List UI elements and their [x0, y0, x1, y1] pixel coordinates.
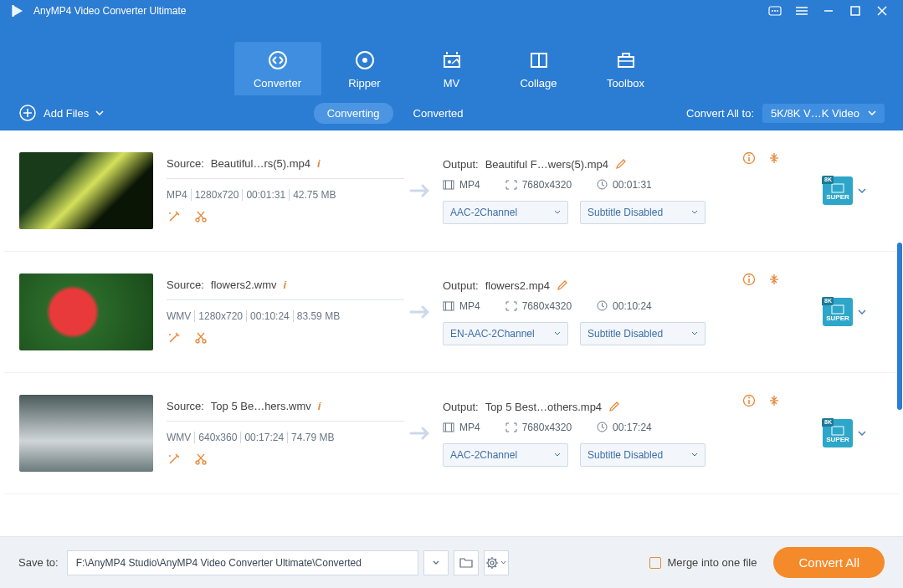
file-row: Source:Top 5 Be…hers.wmvi WMV640x36000:1… [4, 373, 899, 494]
toolbar: Add Files Converting Converted Convert A… [0, 95, 903, 130]
info-circle-icon[interactable] [741, 272, 757, 287]
svg-point-4 [777, 10, 778, 12]
format-dropdown-icon[interactable] [858, 188, 866, 193]
svg-point-37 [203, 340, 206, 343]
source-column: Source: Beautiful…rs(5).mp4 i MP41280x72… [153, 157, 404, 224]
format-badge-8k[interactable]: 8KSUPER [823, 419, 853, 447]
edit-wand-icon[interactable] [167, 330, 182, 345]
edit-wand-icon[interactable] [167, 452, 182, 467]
info-icon[interactable]: i [318, 400, 321, 412]
feedback-icon[interactable] [764, 3, 786, 18]
titlebar: AnyMP4 Video Converter Ultimate [0, 0, 903, 22]
info-circle-icon[interactable] [741, 151, 757, 166]
close-button[interactable] [871, 3, 893, 18]
chevron-down-icon [868, 110, 876, 115]
tab-label: Toolbox [607, 77, 644, 89]
tab-label: Converter [254, 77, 301, 89]
merge-label: Merge into one file [668, 556, 757, 569]
format-dropdown-icon[interactable] [858, 431, 866, 436]
collage-icon [527, 49, 551, 72]
thumbnail[interactable] [19, 152, 153, 229]
svg-point-29 [748, 155, 750, 156]
source-meta: MP41280x72000:01:3142.75 MB [167, 189, 404, 201]
app-title: AnyMP4 Video Converter Ultimate [33, 5, 187, 17]
minimize-button[interactable] [818, 3, 839, 18]
divider [167, 178, 404, 179]
audio-track-select[interactable]: AAC-2Channel [443, 443, 568, 467]
cut-scissors-icon[interactable] [193, 330, 208, 345]
svg-rect-53 [444, 423, 454, 432]
rename-pencil-icon[interactable] [615, 158, 627, 170]
save-path-dropdown[interactable] [423, 550, 449, 575]
thumbnail[interactable] [19, 274, 153, 350]
svg-point-16 [448, 60, 451, 64]
audio-track-select[interactable]: AAC-2Channel [443, 201, 568, 224]
tab-ripper[interactable]: Ripper [321, 42, 408, 95]
convert-all-to: Convert All to: 5K/8K V…K Video [686, 104, 885, 123]
subtab-converting[interactable]: Converting [314, 103, 393, 124]
subtitle-select[interactable]: Subtitle Disabled [580, 443, 705, 467]
edit-wand-icon[interactable] [167, 209, 182, 224]
svg-point-26 [203, 218, 206, 222]
audio-track-select[interactable]: EN-AAC-2Channel [443, 322, 568, 345]
svg-point-2 [772, 10, 773, 12]
film-icon [443, 180, 454, 190]
svg-point-12 [269, 52, 286, 69]
svg-rect-42 [444, 302, 454, 310]
subtitle-select[interactable]: Subtitle Disabled [580, 322, 705, 345]
output-format-selector[interactable]: 5K/8K V…K Video [762, 104, 885, 123]
subtitle-select[interactable]: Subtitle Disabled [580, 201, 705, 224]
toolbox-icon [614, 49, 638, 72]
settings-gear-button[interactable] [484, 550, 509, 575]
tab-toolbox[interactable]: Toolbox [582, 42, 670, 95]
info-icon[interactable]: i [317, 157, 321, 170]
svg-rect-0 [12, 5, 14, 17]
save-to-label: Save to: [18, 556, 59, 569]
svg-point-3 [774, 10, 776, 12]
svg-rect-57 [832, 427, 844, 435]
menu-icon[interactable] [791, 3, 813, 18]
svg-point-14 [362, 58, 367, 63]
cut-scissors-icon[interactable] [193, 209, 208, 224]
checkbox-icon [649, 557, 661, 569]
format-badge-8k[interactable]: 8KSUPER [823, 176, 853, 205]
output-filename: flowers2.mp4 [485, 279, 550, 292]
open-folder-button[interactable] [454, 550, 479, 575]
svg-rect-35 [832, 184, 844, 192]
info-icon[interactable]: i [284, 279, 287, 291]
compress-icon[interactable] [767, 151, 782, 166]
svg-point-47 [196, 461, 199, 464]
tab-collage[interactable]: Collage [495, 42, 582, 95]
info-circle-icon[interactable] [741, 393, 757, 408]
output-format-value: 5K/8K V…K Video [771, 107, 859, 120]
resolution-icon [505, 180, 517, 190]
compress-icon[interactable] [767, 393, 782, 408]
scrollbar[interactable] [897, 243, 902, 410]
tab-mv[interactable]: MV [408, 42, 495, 95]
rename-pencil-icon[interactable] [557, 279, 568, 291]
source-filename: Beautiful…rs(5).mp4 [211, 157, 310, 170]
converter-icon [266, 49, 290, 72]
svg-point-36 [196, 340, 199, 343]
subtab-converted[interactable]: Converted [400, 103, 477, 124]
svg-rect-46 [832, 305, 844, 314]
chevron-down-icon [95, 110, 104, 115]
merge-checkbox[interactable]: Merge into one file [649, 556, 757, 569]
format-dropdown-icon[interactable] [858, 309, 866, 314]
save-path-input[interactable]: F:\AnyMP4 Studio\AnyMP4 Video Converter … [67, 550, 418, 575]
thumbnail[interactable] [19, 395, 153, 472]
tab-converter[interactable]: Converter [234, 42, 321, 95]
rename-pencil-icon[interactable] [608, 401, 620, 412]
add-files-button[interactable]: Add Files [18, 104, 104, 122]
convert-all-button[interactable]: Convert All [773, 547, 885, 578]
cut-scissors-icon[interactable] [193, 452, 208, 467]
svg-point-59 [490, 561, 494, 565]
compress-icon[interactable] [767, 272, 782, 287]
format-badge-8k[interactable]: 8KSUPER [823, 298, 853, 326]
svg-point-40 [748, 276, 750, 278]
source-filename: Top 5 Be…hers.wmv [211, 400, 311, 412]
main-tabs: Converter Ripper MV Collage Toolbox [0, 22, 903, 95]
convert-all-to-label: Convert All to: [686, 107, 754, 120]
maximize-button[interactable] [844, 3, 866, 18]
output-filename: Top 5 Best…others.mp4 [485, 401, 602, 413]
